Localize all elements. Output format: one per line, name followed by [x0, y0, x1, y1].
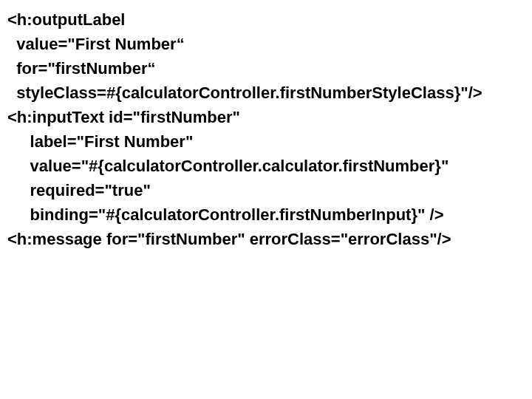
code-line-12: <h:message for="firstNumber" errorClass=…: [7, 227, 525, 251]
code-line-6: <h:inputText id="firstNumber": [7, 105, 525, 129]
code-line-3: for="firstNumber“: [7, 56, 525, 81]
code-line-7: label="First Number": [7, 129, 525, 154]
code-line-9: required="true": [7, 178, 525, 202]
code-line-8: value="#{calculatorController.calculator…: [7, 154, 525, 178]
code-line-4: styleClass=#{calculatorController.firstN…: [7, 81, 525, 105]
code-line-1: <h:outputLabel: [7, 7, 525, 32]
code-line-10: binding="#{calculatorController.firstNum…: [7, 202, 525, 227]
code-line-2: value="First Number“: [7, 32, 525, 56]
